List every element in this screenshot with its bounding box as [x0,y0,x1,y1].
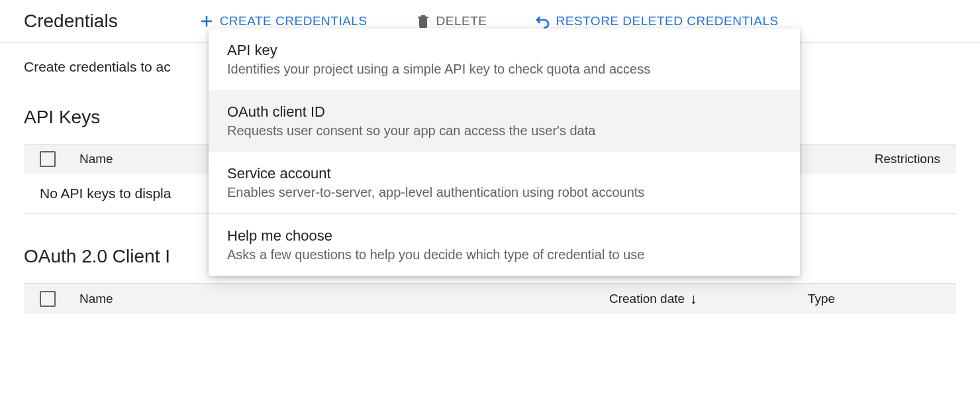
dropdown-item-service-account[interactable]: Service account Enables server-to-server… [209,152,800,213]
select-all-checkbox[interactable] [40,151,56,167]
column-type[interactable]: Type [808,292,940,306]
content-area: API key Identifies your project using a … [0,43,980,330]
delete-label: DELETE [436,14,487,28]
dropdown-item-title: OAuth client ID [227,103,781,121]
column-restrictions[interactable]: Restrictions [828,152,940,166]
select-all-checkbox[interactable] [40,291,56,307]
sort-arrow-down-icon: ↓ [690,290,697,308]
page-title: Credentials [24,11,118,32]
plus-icon [199,13,215,29]
checkbox-cell [40,151,79,167]
create-credentials-dropdown: API key Identifies your project using a … [209,28,800,276]
dropdown-item-title: API key [227,42,781,59]
undo-icon [535,13,551,29]
trash-icon [415,13,431,29]
oauth-table-header: Name Creation date ↓ Type [24,283,956,314]
column-name[interactable]: Name [79,292,609,306]
dropdown-item-desc: Enables server-to-server, app-level auth… [227,185,781,200]
dropdown-item-desc: Asks a few questions to help you decide … [227,247,781,262]
column-creation-date[interactable]: Creation date ↓ [609,290,808,308]
dropdown-item-desc: Requests user consent so your app can ac… [227,123,781,139]
create-credentials-label: CREATE CREDENTIALS [220,14,368,28]
dropdown-item-oauth-client-id[interactable]: OAuth client ID Requests user consent so… [209,90,800,152]
delete-button[interactable]: DELETE [415,13,487,29]
dropdown-item-api-key[interactable]: API key Identifies your project using a … [209,28,800,90]
dropdown-item-help-me-choose[interactable]: Help me choose Asks a few questions to h… [209,214,800,276]
restore-label: RESTORE DELETED CREDENTIALS [556,14,779,28]
dropdown-item-title: Help me choose [227,227,781,245]
create-credentials-button[interactable]: CREATE CREDENTIALS [199,13,368,29]
restore-button[interactable]: RESTORE DELETED CREDENTIALS [535,13,779,29]
dropdown-item-desc: Identifies your project using a simple A… [227,62,781,77]
dropdown-item-title: Service account [227,165,781,182]
column-creation-label: Creation date [609,292,685,306]
checkbox-cell [40,291,79,307]
